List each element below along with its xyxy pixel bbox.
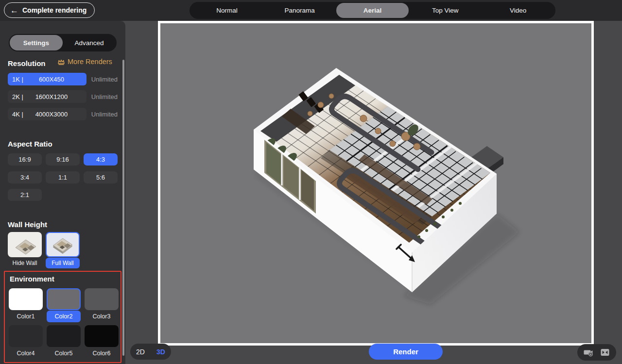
aspect-ratio-heading: Aspect Ratio: [8, 140, 52, 148]
tab-panorama[interactable]: Panorama: [263, 3, 336, 18]
color5-label: Color5: [47, 347, 81, 359]
more-renders-label: More Renders: [68, 58, 112, 66]
color3-swatch: [85, 288, 119, 310]
color4-swatch: [9, 325, 43, 347]
color6-swatch: [85, 325, 119, 347]
crown-icon: [57, 59, 65, 65]
mode-2d[interactable]: 2D: [136, 348, 145, 356]
ratio-2-1[interactable]: 2:1: [8, 189, 42, 201]
res-tier: 1K |: [12, 76, 23, 83]
hide-wall-thumbnail: [8, 232, 42, 257]
view-mode-tabs: Normal Panorama Aerial Top View Video: [190, 2, 555, 19]
resolution-4k-button[interactable]: 4K | 4000X3000: [8, 108, 86, 120]
wall-height-hide-wall[interactable]: Hide Wall: [8, 232, 42, 268]
ratio-9-16[interactable]: 9:16: [46, 153, 80, 165]
environment-color5[interactable]: Color5: [47, 325, 81, 359]
environment-color1[interactable]: Color1: [9, 288, 43, 322]
ratio-5-6[interactable]: 5:6: [84, 171, 118, 183]
color2-label: Color2: [47, 311, 81, 322]
environment-color2[interactable]: Color2: [47, 288, 81, 322]
color6-label: Color6: [85, 347, 119, 359]
resolution-heading: Resolution: [8, 59, 46, 67]
add-snapshot-camera-icon[interactable]: [583, 347, 594, 357]
environment-section-highlight: Environment Color1 Color2 Color3 Color4 …: [4, 271, 121, 363]
back-arrow-icon: ←: [10, 6, 18, 15]
tab-settings[interactable]: Settings: [10, 35, 63, 50]
back-button[interactable]: ← Complete rendering: [4, 2, 95, 18]
color1-label: Color1: [9, 311, 43, 322]
aerial-3d-render: [160, 23, 591, 343]
res-quota: Unlimited: [91, 111, 118, 118]
2d-3d-toggle: 2D 3D: [130, 344, 171, 360]
full-wall-label: Full Wall: [46, 258, 80, 268]
top-bar: ← Complete rendering Normal Panorama Aer…: [0, 0, 622, 21]
ratio-3-4[interactable]: 3:4: [8, 171, 42, 183]
full-wall-thumbnail: [46, 232, 80, 257]
color4-label: Color4: [9, 347, 43, 359]
hide-wall-label: Hide Wall: [8, 258, 42, 268]
settings-advanced-tabs: Settings Advanced: [9, 34, 117, 51]
tab-aerial[interactable]: Aerial: [336, 3, 409, 18]
render-viewport[interactable]: [158, 21, 594, 346]
corner-tools: [577, 344, 616, 361]
environment-color6[interactable]: Color6: [85, 325, 119, 359]
color2-swatch: [47, 288, 81, 310]
ratio-1-1[interactable]: 1:1: [46, 171, 80, 183]
tab-top-view[interactable]: Top View: [409, 3, 482, 18]
compare-image-icon[interactable]: [600, 347, 610, 357]
environment-color4[interactable]: Color4: [9, 325, 43, 359]
color1-swatch: [9, 288, 43, 310]
color5-swatch: [47, 325, 81, 347]
sidebar-scrollbar[interactable]: [122, 60, 124, 356]
ratio-16-9[interactable]: 16:9: [8, 153, 42, 165]
tab-advanced[interactable]: Advanced: [63, 35, 116, 50]
tab-video[interactable]: Video: [482, 3, 554, 18]
environment-heading: Environment: [10, 275, 54, 283]
res-quota: Unlimited: [91, 93, 118, 100]
res-tier: 2K |: [12, 93, 23, 100]
wall-height-heading: Wall Height: [8, 220, 47, 229]
res-quota: Unlimited: [91, 76, 118, 83]
render-button[interactable]: Render: [369, 344, 443, 360]
tab-normal[interactable]: Normal: [190, 3, 263, 18]
ratio-4-3[interactable]: 4:3: [84, 153, 118, 165]
environment-color3[interactable]: Color3: [85, 288, 119, 322]
resolution-option-4k: 4K | 4000X3000 Unlimited: [8, 108, 118, 120]
back-button-label: Complete rendering: [22, 6, 86, 14]
color3-label: Color3: [85, 311, 119, 322]
resolution-option-2k: 2K | 1600X1200 Unlimited: [8, 90, 118, 103]
more-renders-link[interactable]: More Renders: [57, 58, 112, 66]
res-tier: 4K |: [12, 111, 23, 118]
resolution-2k-button[interactable]: 2K | 1600X1200: [8, 90, 86, 103]
resolution-option-1k: 1K | 600X450 Unlimited: [8, 73, 118, 85]
resolution-1k-button[interactable]: 1K | 600X450: [8, 73, 86, 85]
wall-height-full-wall[interactable]: Full Wall: [46, 232, 80, 268]
mode-3d[interactable]: 3D: [156, 348, 165, 356]
settings-panel: Settings Advanced Resolution More Render…: [0, 21, 125, 364]
